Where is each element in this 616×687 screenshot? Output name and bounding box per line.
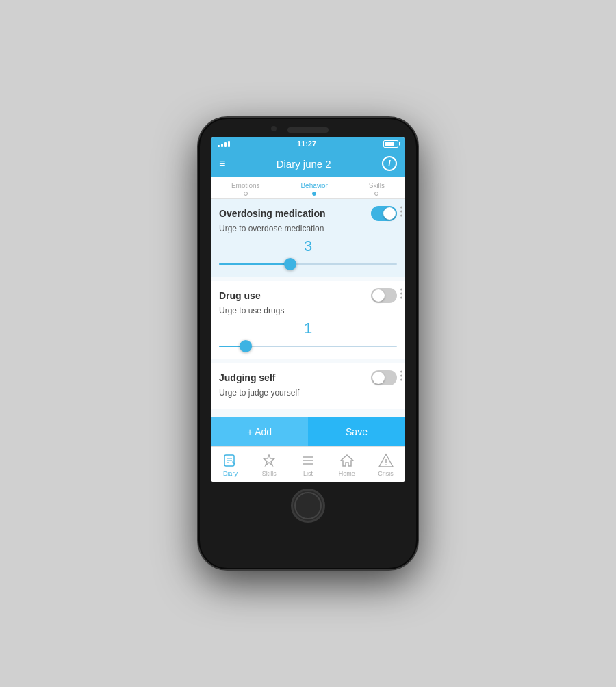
overdosing-title: Overdosing medication bbox=[219, 208, 326, 219]
dot-2 bbox=[400, 211, 402, 213]
nav-skills[interactable]: Skills bbox=[261, 452, 277, 477]
signal-bars bbox=[218, 141, 230, 147]
nav-crisis-label: Crisis bbox=[378, 470, 394, 477]
nav-list[interactable]: List bbox=[300, 452, 316, 477]
overdosing-toggle[interactable] bbox=[371, 206, 397, 221]
crisis-icon bbox=[378, 452, 394, 469]
overdosing-subtitle: Urge to overdose medication bbox=[219, 224, 397, 233]
action-bar: + Add Save bbox=[211, 417, 405, 446]
svg-marker-4 bbox=[264, 455, 274, 465]
dot-2 bbox=[400, 375, 402, 377]
overdosing-track bbox=[219, 263, 397, 265]
list-icon bbox=[300, 452, 316, 469]
tab-emotions-dot bbox=[244, 192, 248, 196]
drug-use-header: Drug use bbox=[219, 288, 397, 303]
drug-use-toggle[interactable] bbox=[371, 288, 397, 303]
judging-self-title: Judging self bbox=[219, 372, 275, 383]
overdosing-fill bbox=[219, 263, 290, 265]
home-button[interactable] bbox=[291, 489, 325, 523]
tab-behavior-dot bbox=[312, 192, 316, 196]
nav-crisis[interactable]: Crisis bbox=[378, 452, 394, 477]
tab-behavior-label: Behavior bbox=[300, 182, 327, 190]
judging-self-toggle[interactable] bbox=[371, 370, 397, 385]
info-button[interactable]: i bbox=[382, 156, 397, 171]
signal-bar-4 bbox=[228, 141, 230, 147]
camera bbox=[271, 126, 277, 131]
app-header: ≡ Diary june 2 i bbox=[211, 151, 405, 177]
dot-1 bbox=[400, 371, 402, 373]
judging-self-dots-menu[interactable] bbox=[400, 371, 402, 381]
nav-diary[interactable]: Diary bbox=[222, 452, 238, 477]
signal-bar-1 bbox=[218, 145, 220, 147]
drug-use-subtitle: Urge to use drugs bbox=[219, 306, 397, 315]
signal-bar-2 bbox=[221, 144, 223, 147]
drug-use-card: Drug use Urge to use drugs 1 bbox=[211, 281, 405, 359]
drug-use-dots-menu[interactable] bbox=[400, 289, 402, 299]
tab-bar: Emotions Behavior Skills bbox=[211, 177, 405, 199]
nav-skills-label: Skills bbox=[262, 470, 277, 477]
home-icon bbox=[339, 452, 355, 469]
section-overdosing: Overdosing medication Urge to overdose m… bbox=[211, 199, 405, 277]
battery-indicator bbox=[383, 140, 398, 148]
tab-skills-label: Skills bbox=[369, 182, 385, 190]
phone-screen: 11:27 ≡ Diary june 2 i Emotions Behavior bbox=[211, 137, 405, 482]
section-drug-use: Drug use Urge to use drugs 1 bbox=[211, 281, 405, 359]
nav-diary-label: Diary bbox=[223, 470, 238, 477]
home-button-inner bbox=[294, 492, 322, 519]
speaker bbox=[287, 127, 329, 133]
nav-home-label: Home bbox=[339, 470, 355, 477]
dot-3 bbox=[400, 297, 402, 299]
battery-fill bbox=[385, 142, 394, 146]
drug-use-thumb[interactable] bbox=[240, 340, 252, 352]
judging-self-header: Judging self bbox=[219, 370, 397, 385]
bottom-nav: Diary Skills List bbox=[211, 446, 405, 482]
dot-1 bbox=[400, 207, 402, 209]
dot-3 bbox=[400, 379, 402, 381]
header-title: Diary june 2 bbox=[277, 158, 331, 170]
drug-use-title: Drug use bbox=[219, 290, 261, 301]
status-time: 11:27 bbox=[297, 140, 316, 148]
overdosing-value: 3 bbox=[219, 237, 397, 255]
menu-button[interactable]: ≡ bbox=[219, 157, 225, 170]
overdosing-thumb[interactable] bbox=[284, 258, 296, 270]
overdosing-card: Overdosing medication Urge to overdose m… bbox=[211, 199, 405, 277]
overdosing-slider[interactable] bbox=[219, 258, 397, 270]
tab-behavior[interactable]: Behavior bbox=[300, 182, 327, 196]
diary-icon bbox=[222, 452, 238, 469]
add-button[interactable]: + Add bbox=[211, 417, 308, 446]
dot-2 bbox=[400, 293, 402, 295]
tab-emotions[interactable]: Emotions bbox=[231, 182, 260, 196]
content-area: Overdosing medication Urge to overdose m… bbox=[211, 199, 405, 417]
judging-self-card: Judging self Urge to judge yourself bbox=[211, 363, 405, 409]
svg-point-11 bbox=[385, 464, 387, 465]
tab-emotions-label: Emotions bbox=[231, 182, 260, 190]
nav-list-label: List bbox=[303, 470, 313, 477]
judging-self-subtitle: Urge to judge yourself bbox=[219, 388, 397, 398]
save-button[interactable]: Save bbox=[308, 417, 405, 446]
svg-marker-8 bbox=[341, 455, 353, 466]
overdosing-header: Overdosing medication bbox=[219, 206, 397, 221]
section-judging-self: Judging self Urge to judge yourself bbox=[211, 363, 405, 409]
dot-3 bbox=[400, 215, 402, 217]
tab-skills-dot bbox=[374, 192, 378, 196]
drug-use-value: 1 bbox=[219, 320, 397, 337]
dot-1 bbox=[400, 289, 402, 291]
tab-skills[interactable]: Skills bbox=[369, 182, 385, 196]
phone-device: 11:27 ≡ Diary june 2 i Emotions Behavior bbox=[198, 118, 418, 569]
signal-bar-3 bbox=[224, 142, 227, 147]
overdosing-dots-menu[interactable] bbox=[400, 207, 402, 217]
nav-home[interactable]: Home bbox=[339, 452, 355, 477]
drug-use-slider[interactable] bbox=[219, 340, 397, 352]
status-bar: 11:27 bbox=[211, 137, 405, 151]
battery-icon bbox=[383, 140, 398, 148]
skills-icon bbox=[261, 452, 277, 469]
